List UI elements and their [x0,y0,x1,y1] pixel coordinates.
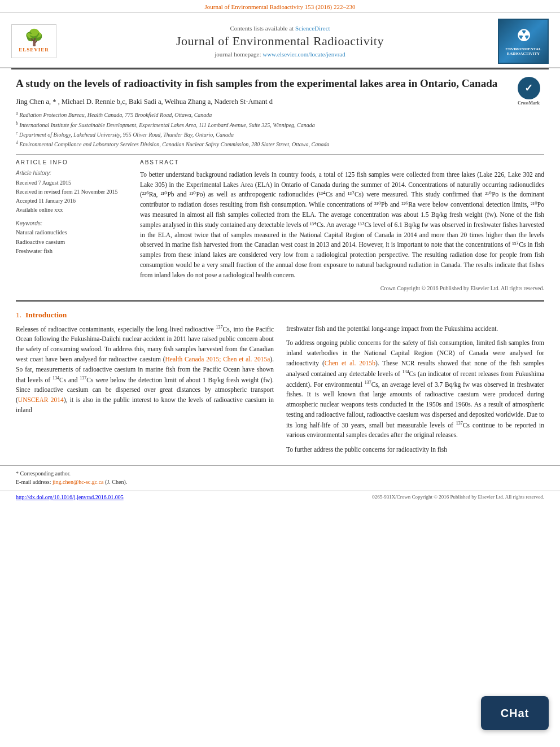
received-date: Received 7 August 2015 [16,178,129,187]
intro-para-right-3: To further address the public concerns f… [286,445,544,455]
abstract-col: ABSTRACT To better understand background… [140,159,544,291]
footer-bar: http://dx.doi.org/10.1016/j.jenvrad.2016… [0,491,560,503]
ref-chen2015b[interactable]: Chen et al. 2015b [325,360,375,366]
article-info-heading: ARTICLE INFO [16,159,129,165]
crossmark-widget[interactable]: ✓ CrossMark [513,76,544,107]
intro-para-right-2: To address ongoing public concerns for t… [286,338,544,440]
crossmark-icon: ✓ [518,77,540,99]
journal-header: 🌳 ELSEVIER Contents lists available at S… [0,13,560,68]
intro-heading: 1. Introduction [16,311,544,320]
available-online: Available online xxx [16,206,129,215]
article-info-col: ARTICLE INFO Article history: Received 7… [16,159,129,291]
ref-unscear[interactable]: UNSCEAR 2014 [18,396,64,403]
banner-text: Journal of Environmental Radioactivity 1… [204,3,355,10]
journal-banner: Journal of Environmental Radioactivity 1… [0,0,560,13]
history-label: Article history: [16,170,129,176]
footer-issn: 0265-931X/Crown Copyright © 2016 Publish… [372,494,544,500]
received-revised-label: Received in revised form 21 November 201… [16,187,129,196]
accepted-date: Accepted 11 January 2016 [16,196,129,206]
intro-left-col: Releases of radioactive contaminants, es… [16,324,274,460]
elsevier-logo-block: 🌳 ELSEVIER [11,24,62,58]
keywords-label: Keywords: [16,220,129,226]
contents-line: Contents lists available at ScienceDirec… [62,25,498,32]
affiliation-b: b International Institute for Sustainabl… [16,120,544,130]
intro-right-col: freshwater fish and the potential long-r… [286,324,544,460]
authors-line: Jing Chen a, * , Michael D. Rennie b,c, … [16,97,544,107]
elsevier-wordmark: ELSEVIER [19,47,49,53]
keyword-3: Freshwater fish [16,247,129,256]
chat-label: CHat [501,707,530,720]
copyright-line: Crown Copyright © 2016 Published by Else… [140,285,544,291]
footnote-section: * Corresponding author. E-mail address: … [0,465,560,486]
affiliations-block: a Radiation Protection Bureau, Health Ca… [16,110,544,149]
abstract-text: To better understand background radiatio… [140,170,544,281]
intro-para-1: Releases of radioactive contaminants, es… [16,324,274,416]
intro-columns: Releases of radioactive contaminants, es… [16,324,544,460]
homepage-link[interactable]: www.elsevier.com/locate/jenvrad [262,51,345,58]
affiliation-a: a Radiation Protection Bureau, Health Ca… [16,110,544,120]
ref-health-canada[interactable]: Health Canada 2015; Chen et al. 2015a [165,356,270,362]
affiliation-c: c Department of Biology, Lakehead Univer… [16,130,544,139]
article-title: A study on the levels of radioactivity i… [16,76,544,91]
tree-icon: 🌳 [24,30,44,46]
article-main: A study on the levels of radioactivity i… [0,69,560,297]
affiliation-d: d Environmental Compliance and Laborator… [16,139,544,149]
sciencedirect-link[interactable]: ScienceDirect [295,25,330,32]
journal-title: Journal of Environmental Radioactivity [62,34,498,49]
journal-logo-right: ☢ ENVIRONMENTAL RADIOACTIVITY [498,19,549,64]
email-link[interactable]: jing.chen@hc-sc.gc.ca [53,479,104,485]
abstract-heading: ABSTRACT [140,159,544,165]
keyword-1: Natural radionuclides [16,228,129,238]
crossmark-label: CrossMark [518,101,540,107]
journal-title-block: Contents lists available at ScienceDirec… [62,25,498,58]
body-section: 1. Introduction Releases of radioactive … [0,305,560,460]
keyword-2: Radioactive caesium [16,238,129,247]
elsevier-logo: 🌳 ELSEVIER [11,24,56,58]
chat-widget[interactable]: CHat [481,696,549,730]
footnote-email: E-mail address: jing.chen@hc-sc.gc.ca (J… [16,478,544,486]
journal-homepage: journal homepage: www.elsevier.com/locat… [62,51,498,58]
doi-link[interactable]: http://dx.doi.org/10.1016/j.jenvrad.2016… [16,494,124,500]
footer-doi[interactable]: http://dx.doi.org/10.1016/j.jenvrad.2016… [16,494,124,500]
footnote-corresponding: * Corresponding author. [16,469,544,478]
info-abstract-columns: ARTICLE INFO Article history: Received 7… [16,159,544,291]
intro-para-right-1: freshwater fish and the potential long-r… [286,324,544,334]
